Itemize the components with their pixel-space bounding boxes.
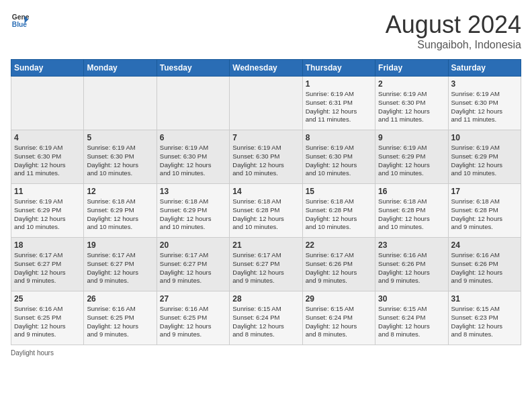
day-info: Sunrise: 6:18 AM Sunset: 6:28 PM Dayligh…: [378, 197, 445, 232]
day-number: 13: [160, 187, 226, 196]
day-info: Sunrise: 6:19 AM Sunset: 6:29 PM Dayligh…: [378, 144, 445, 178]
day-info: Sunrise: 6:19 AM Sunset: 6:29 PM Dayligh…: [451, 144, 518, 178]
calendar-cell: 21Sunrise: 6:17 AM Sunset: 6:27 PM Dayli…: [230, 238, 302, 291]
calendar-week-row: 25Sunrise: 6:16 AM Sunset: 6:25 PM Dayli…: [11, 291, 521, 345]
day-number: 23: [378, 240, 445, 250]
day-number: 14: [232, 187, 299, 196]
day-number: 3: [451, 79, 518, 89]
calendar-cell: 31Sunrise: 6:15 AM Sunset: 6:23 PM Dayli…: [448, 291, 521, 345]
weekday-header-monday: Monday: [84, 60, 157, 77]
weekday-header-sunday: Sunday: [11, 60, 84, 77]
calendar-week-row: 4Sunrise: 6:19 AM Sunset: 6:30 PM Daylig…: [11, 130, 521, 184]
calendar-cell: [157, 77, 229, 130]
day-number: 15: [306, 187, 372, 196]
day-info: Sunrise: 6:18 AM Sunset: 6:28 PM Dayligh…: [451, 197, 518, 232]
day-info: Sunrise: 6:16 AM Sunset: 6:26 PM Dayligh…: [451, 251, 518, 285]
day-info: Sunrise: 6:15 AM Sunset: 6:24 PM Dayligh…: [232, 305, 299, 339]
weekday-header-wednesday: Wednesday: [230, 60, 302, 77]
calendar-cell: 13Sunrise: 6:18 AM Sunset: 6:29 PM Dayli…: [157, 184, 229, 238]
day-info: Sunrise: 6:18 AM Sunset: 6:28 PM Dayligh…: [306, 197, 372, 232]
day-number: 9: [378, 133, 445, 142]
day-info: Sunrise: 6:19 AM Sunset: 6:30 PM Dayligh…: [14, 144, 81, 178]
calendar-cell: [84, 77, 157, 130]
day-number: 18: [14, 240, 81, 250]
day-number: 28: [232, 294, 299, 304]
calendar-cell: [11, 77, 84, 130]
calendar-subtitle: Sungaiboh, Indonesia: [386, 39, 521, 51]
weekday-header-thursday: Thursday: [302, 60, 375, 77]
day-number: 27: [160, 294, 226, 304]
calendar-cell: 24Sunrise: 6:16 AM Sunset: 6:26 PM Dayli…: [448, 238, 521, 291]
calendar-cell: 14Sunrise: 6:18 AM Sunset: 6:28 PM Dayli…: [230, 184, 302, 238]
day-number: 5: [87, 133, 153, 142]
calendar-cell: 22Sunrise: 6:17 AM Sunset: 6:26 PM Dayli…: [302, 238, 375, 291]
day-info: Sunrise: 6:17 AM Sunset: 6:27 PM Dayligh…: [232, 251, 299, 285]
day-number: 25: [14, 294, 81, 304]
day-number: 30: [378, 294, 445, 304]
day-info: Sunrise: 6:17 AM Sunset: 6:27 PM Dayligh…: [14, 251, 81, 285]
calendar-cell: 27Sunrise: 6:16 AM Sunset: 6:25 PM Dayli…: [157, 291, 229, 345]
day-number: 16: [378, 187, 445, 196]
calendar-cell: 8Sunrise: 6:19 AM Sunset: 6:30 PM Daylig…: [302, 130, 375, 184]
calendar-cell: 30Sunrise: 6:15 AM Sunset: 6:24 PM Dayli…: [375, 291, 448, 345]
calendar-cell: 6Sunrise: 6:19 AM Sunset: 6:30 PM Daylig…: [157, 130, 229, 184]
day-number: 17: [451, 187, 518, 196]
calendar-cell: 19Sunrise: 6:17 AM Sunset: 6:27 PM Dayli…: [84, 238, 157, 291]
logo-icon: General Blue: [11, 11, 30, 30]
calendar-cell: 15Sunrise: 6:18 AM Sunset: 6:28 PM Dayli…: [302, 184, 375, 238]
day-info: Sunrise: 6:17 AM Sunset: 6:27 PM Dayligh…: [87, 251, 153, 285]
day-info: Sunrise: 6:17 AM Sunset: 6:26 PM Dayligh…: [306, 251, 372, 285]
day-number: 8: [306, 133, 372, 142]
calendar-cell: [230, 77, 302, 130]
day-number: 22: [306, 240, 372, 250]
calendar-cell: 26Sunrise: 6:16 AM Sunset: 6:25 PM Dayli…: [84, 291, 157, 345]
day-info: Sunrise: 6:18 AM Sunset: 6:29 PM Dayligh…: [87, 197, 153, 232]
day-number: 6: [160, 133, 226, 142]
day-info: Sunrise: 6:19 AM Sunset: 6:30 PM Dayligh…: [306, 144, 372, 178]
day-info: Sunrise: 6:15 AM Sunset: 6:23 PM Dayligh…: [451, 305, 518, 339]
weekday-header-tuesday: Tuesday: [157, 60, 229, 77]
day-info: Sunrise: 6:19 AM Sunset: 6:30 PM Dayligh…: [160, 144, 226, 178]
day-number: 26: [87, 294, 153, 304]
title-block: August 2024 Sungaiboh, Indonesia: [386, 11, 521, 51]
calendar-cell: 25Sunrise: 6:16 AM Sunset: 6:25 PM Dayli…: [11, 291, 84, 345]
calendar-cell: 2Sunrise: 6:19 AM Sunset: 6:30 PM Daylig…: [375, 77, 448, 130]
weekday-header-saturday: Saturday: [448, 60, 521, 77]
day-number: 4: [14, 133, 81, 142]
day-number: 2: [378, 79, 445, 89]
day-info: Sunrise: 6:19 AM Sunset: 6:30 PM Dayligh…: [378, 90, 445, 124]
calendar-cell: 20Sunrise: 6:17 AM Sunset: 6:27 PM Dayli…: [157, 238, 229, 291]
calendar-cell: 17Sunrise: 6:18 AM Sunset: 6:28 PM Dayli…: [448, 184, 521, 238]
calendar-title: August 2024: [386, 11, 521, 39]
calendar-cell: 1Sunrise: 6:19 AM Sunset: 6:31 PM Daylig…: [302, 77, 375, 130]
calendar-cell: 9Sunrise: 6:19 AM Sunset: 6:29 PM Daylig…: [375, 130, 448, 184]
day-number: 24: [451, 240, 518, 250]
weekday-header-friday: Friday: [375, 60, 448, 77]
calendar-cell: 7Sunrise: 6:19 AM Sunset: 6:30 PM Daylig…: [230, 130, 302, 184]
day-info: Sunrise: 6:18 AM Sunset: 6:29 PM Dayligh…: [160, 197, 226, 232]
calendar-week-row: 18Sunrise: 6:17 AM Sunset: 6:27 PM Dayli…: [11, 238, 521, 291]
day-info: Sunrise: 6:19 AM Sunset: 6:30 PM Dayligh…: [232, 144, 299, 178]
calendar-cell: 18Sunrise: 6:17 AM Sunset: 6:27 PM Dayli…: [11, 238, 84, 291]
day-info: Sunrise: 6:17 AM Sunset: 6:27 PM Dayligh…: [160, 251, 226, 285]
day-number: 20: [160, 240, 226, 250]
logo: General Blue: [11, 11, 30, 30]
day-info: Sunrise: 6:16 AM Sunset: 6:26 PM Dayligh…: [378, 251, 445, 285]
day-info: Sunrise: 6:18 AM Sunset: 6:28 PM Dayligh…: [232, 197, 299, 232]
calendar-cell: 23Sunrise: 6:16 AM Sunset: 6:26 PM Dayli…: [375, 238, 448, 291]
day-info: Sunrise: 6:15 AM Sunset: 6:24 PM Dayligh…: [378, 305, 445, 339]
day-info: Sunrise: 6:19 AM Sunset: 6:29 PM Dayligh…: [14, 197, 81, 232]
day-number: 7: [232, 133, 299, 142]
calendar-cell: 5Sunrise: 6:19 AM Sunset: 6:30 PM Daylig…: [84, 130, 157, 184]
footer: Daylight hours: [11, 349, 521, 357]
day-number: 10: [451, 133, 518, 142]
day-number: 12: [87, 187, 153, 196]
calendar-week-row: 1Sunrise: 6:19 AM Sunset: 6:31 PM Daylig…: [11, 77, 521, 130]
calendar-cell: 16Sunrise: 6:18 AM Sunset: 6:28 PM Dayli…: [375, 184, 448, 238]
weekday-header-row: SundayMondayTuesdayWednesdayThursdayFrid…: [11, 60, 521, 77]
calendar-cell: 11Sunrise: 6:19 AM Sunset: 6:29 PM Dayli…: [11, 184, 84, 238]
day-info: Sunrise: 6:19 AM Sunset: 6:31 PM Dayligh…: [306, 90, 372, 124]
day-number: 1: [306, 79, 372, 89]
page-header: General Blue August 2024 Sungaiboh, Indo…: [11, 11, 521, 51]
day-number: 11: [14, 187, 81, 196]
